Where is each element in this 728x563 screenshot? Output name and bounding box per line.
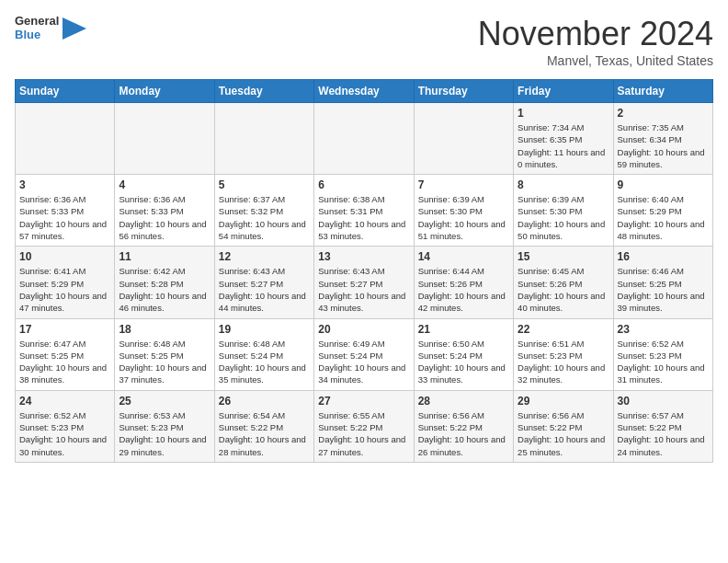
day-info: Sunrise: 6:57 AM Sunset: 5:22 PM Dayligh… <box>618 409 709 458</box>
day-number: 24 <box>19 395 110 408</box>
title-block: November 2024 Manvel, Texas, United Stat… <box>478 15 713 68</box>
calendar-week-row: 10Sunrise: 6:41 AM Sunset: 5:29 PM Dayli… <box>16 247 713 318</box>
day-info: Sunrise: 6:51 AM Sunset: 5:23 PM Dayligh… <box>518 338 609 386</box>
weekday-header-monday: Monday <box>115 80 214 103</box>
calendar-cell: 29Sunrise: 6:56 AM Sunset: 5:22 PM Dayli… <box>514 390 613 462</box>
day-number: 27 <box>318 395 409 408</box>
day-info: Sunrise: 6:55 AM Sunset: 5:22 PM Dayligh… <box>318 409 409 458</box>
day-info: Sunrise: 6:39 AM Sunset: 5:30 PM Dayligh… <box>518 193 609 242</box>
weekday-header-sunday: Sunday <box>16 80 115 103</box>
day-info: Sunrise: 6:56 AM Sunset: 5:22 PM Dayligh… <box>418 409 509 458</box>
day-number: 23 <box>618 323 709 336</box>
location: Manvel, Texas, United States <box>478 53 713 68</box>
day-number: 9 <box>618 178 709 191</box>
day-info: Sunrise: 6:44 AM Sunset: 5:26 PM Dayligh… <box>418 265 509 314</box>
day-info: Sunrise: 6:54 AM Sunset: 5:22 PM Dayligh… <box>219 409 310 458</box>
day-number: 15 <box>518 250 609 263</box>
day-number: 2 <box>618 107 709 120</box>
calendar-cell <box>214 103 313 175</box>
calendar-cell: 17Sunrise: 6:47 AM Sunset: 5:25 PM Dayli… <box>16 318 115 390</box>
day-info: Sunrise: 6:48 AM Sunset: 5:24 PM Dayligh… <box>219 338 310 386</box>
calendar-cell: 25Sunrise: 6:53 AM Sunset: 5:23 PM Dayli… <box>115 390 214 462</box>
day-info: Sunrise: 6:45 AM Sunset: 5:26 PM Dayligh… <box>518 265 609 314</box>
day-info: Sunrise: 6:42 AM Sunset: 5:28 PM Dayligh… <box>119 265 210 314</box>
calendar-cell: 28Sunrise: 6:56 AM Sunset: 5:22 PM Dayli… <box>414 390 513 462</box>
calendar-cell: 16Sunrise: 6:46 AM Sunset: 5:25 PM Dayli… <box>613 247 712 318</box>
calendar-cell: 27Sunrise: 6:55 AM Sunset: 5:22 PM Dayli… <box>314 390 414 462</box>
day-info: Sunrise: 6:49 AM Sunset: 5:24 PM Dayligh… <box>318 338 409 386</box>
day-number: 8 <box>518 178 609 191</box>
day-info: Sunrise: 6:38 AM Sunset: 5:31 PM Dayligh… <box>318 193 409 242</box>
logo-chevron-icon <box>61 16 86 41</box>
calendar-cell: 4Sunrise: 6:36 AM Sunset: 5:33 PM Daylig… <box>115 175 214 247</box>
day-number: 3 <box>19 178 110 191</box>
day-info: Sunrise: 6:53 AM Sunset: 5:23 PM Dayligh… <box>119 409 210 458</box>
calendar-cell: 6Sunrise: 6:38 AM Sunset: 5:31 PM Daylig… <box>314 175 414 247</box>
day-number: 5 <box>219 178 310 191</box>
weekday-header-saturday: Saturday <box>613 80 712 103</box>
calendar-week-row: 3Sunrise: 6:36 AM Sunset: 5:33 PM Daylig… <box>16 175 713 247</box>
logo-general-text: General <box>15 15 59 29</box>
day-info: Sunrise: 6:36 AM Sunset: 5:33 PM Dayligh… <box>19 193 110 242</box>
logo: General Blue <box>15 15 86 42</box>
day-info: Sunrise: 6:41 AM Sunset: 5:29 PM Dayligh… <box>19 265 110 314</box>
calendar-week-row: 17Sunrise: 6:47 AM Sunset: 5:25 PM Dayli… <box>16 318 713 390</box>
calendar-cell: 15Sunrise: 6:45 AM Sunset: 5:26 PM Dayli… <box>514 247 613 318</box>
weekday-header-row: SundayMondayTuesdayWednesdayThursdayFrid… <box>16 80 713 103</box>
calendar-cell: 11Sunrise: 6:42 AM Sunset: 5:28 PM Dayli… <box>115 247 214 318</box>
day-number: 25 <box>119 395 210 408</box>
day-info: Sunrise: 7:35 AM Sunset: 6:34 PM Dayligh… <box>618 121 709 170</box>
day-number: 19 <box>219 323 310 336</box>
day-info: Sunrise: 6:52 AM Sunset: 5:23 PM Dayligh… <box>19 409 110 458</box>
day-number: 17 <box>19 323 110 336</box>
calendar-cell: 13Sunrise: 6:43 AM Sunset: 5:27 PM Dayli… <box>314 247 414 318</box>
calendar-cell: 5Sunrise: 6:37 AM Sunset: 5:32 PM Daylig… <box>214 175 313 247</box>
day-info: Sunrise: 7:34 AM Sunset: 6:35 PM Dayligh… <box>518 121 609 170</box>
day-info: Sunrise: 6:56 AM Sunset: 5:22 PM Dayligh… <box>518 409 609 458</box>
calendar-cell: 7Sunrise: 6:39 AM Sunset: 5:30 PM Daylig… <box>414 175 513 247</box>
day-number: 11 <box>119 250 210 263</box>
calendar-cell: 22Sunrise: 6:51 AM Sunset: 5:23 PM Dayli… <box>514 318 613 390</box>
day-number: 26 <box>219 395 310 408</box>
day-info: Sunrise: 6:43 AM Sunset: 5:27 PM Dayligh… <box>318 265 409 314</box>
weekday-header-friday: Friday <box>514 80 613 103</box>
day-info: Sunrise: 6:46 AM Sunset: 5:25 PM Dayligh… <box>618 265 709 314</box>
day-info: Sunrise: 6:39 AM Sunset: 5:30 PM Dayligh… <box>418 193 509 242</box>
calendar-cell: 30Sunrise: 6:57 AM Sunset: 5:22 PM Dayli… <box>613 390 712 462</box>
day-info: Sunrise: 6:50 AM Sunset: 5:24 PM Dayligh… <box>418 338 509 386</box>
calendar-cell <box>16 103 115 175</box>
day-info: Sunrise: 6:47 AM Sunset: 5:25 PM Dayligh… <box>19 338 110 386</box>
calendar-cell <box>414 103 513 175</box>
calendar-cell: 10Sunrise: 6:41 AM Sunset: 5:29 PM Dayli… <box>16 247 115 318</box>
calendar-cell: 1Sunrise: 7:34 AM Sunset: 6:35 PM Daylig… <box>514 103 613 175</box>
logo-blue-text: Blue <box>15 29 59 42</box>
calendar-cell: 2Sunrise: 7:35 AM Sunset: 6:34 PM Daylig… <box>613 103 712 175</box>
day-number: 28 <box>418 395 509 408</box>
day-number: 6 <box>318 178 409 191</box>
calendar-cell: 14Sunrise: 6:44 AM Sunset: 5:26 PM Dayli… <box>414 247 513 318</box>
calendar-cell: 12Sunrise: 6:43 AM Sunset: 5:27 PM Dayli… <box>214 247 313 318</box>
calendar-cell <box>115 103 214 175</box>
day-number: 12 <box>219 250 310 263</box>
calendar-cell: 24Sunrise: 6:52 AM Sunset: 5:23 PM Dayli… <box>16 390 115 462</box>
day-info: Sunrise: 6:36 AM Sunset: 5:33 PM Dayligh… <box>119 193 210 242</box>
calendar-cell: 26Sunrise: 6:54 AM Sunset: 5:22 PM Dayli… <box>214 390 313 462</box>
day-number: 20 <box>318 323 409 336</box>
calendar-cell: 23Sunrise: 6:52 AM Sunset: 5:23 PM Dayli… <box>613 318 712 390</box>
day-number: 7 <box>418 178 509 191</box>
calendar-cell: 3Sunrise: 6:36 AM Sunset: 5:33 PM Daylig… <box>16 175 115 247</box>
day-info: Sunrise: 6:48 AM Sunset: 5:25 PM Dayligh… <box>119 338 210 386</box>
day-info: Sunrise: 6:52 AM Sunset: 5:23 PM Dayligh… <box>618 338 709 386</box>
weekday-header-tuesday: Tuesday <box>214 80 313 103</box>
month-title: November 2024 <box>478 15 713 53</box>
day-number: 30 <box>618 395 709 408</box>
day-info: Sunrise: 6:40 AM Sunset: 5:29 PM Dayligh… <box>618 193 709 242</box>
day-number: 10 <box>19 250 110 263</box>
svg-marker-0 <box>63 17 86 40</box>
calendar-cell: 9Sunrise: 6:40 AM Sunset: 5:29 PM Daylig… <box>613 175 712 247</box>
day-number: 16 <box>618 250 709 263</box>
day-info: Sunrise: 6:43 AM Sunset: 5:27 PM Dayligh… <box>219 265 310 314</box>
day-number: 21 <box>418 323 509 336</box>
calendar-cell <box>314 103 414 175</box>
day-number: 13 <box>318 250 409 263</box>
